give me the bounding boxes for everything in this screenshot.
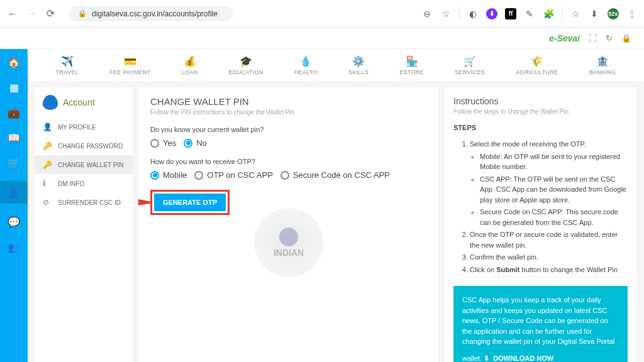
- rail-account-icon[interactable]: 👤: [0, 181, 28, 204]
- sidebar-item-change-wallet-pin[interactable]: 🔑CHANGE WALLET PIN: [35, 155, 133, 174]
- radio-secure-code[interactable]: Secure Code on CSC APP: [280, 170, 390, 180]
- category-nav: ✈️TRAVEL 💳FEE PAYMENT 💰LOAN 🎓EDUCATION 💧…: [28, 49, 644, 82]
- cat-banking[interactable]: 🏦BANKING: [589, 55, 616, 75]
- travel-icon: ✈️: [60, 55, 75, 67]
- download-label: DOWNLOAD NOW: [493, 353, 553, 363]
- rail-cart-icon[interactable]: 🛒: [7, 156, 21, 170]
- lock-icon[interactable]: 🔒: [621, 33, 631, 43]
- rail-users-icon[interactable]: 👥: [7, 240, 21, 254]
- agriculture-icon: 🌾: [530, 55, 545, 67]
- sidebar-item-dm-info[interactable]: ℹDM INFO: [35, 174, 133, 193]
- cat-health[interactable]: 💧HEALTH: [294, 55, 318, 75]
- forward-button[interactable]: →: [25, 8, 38, 20]
- education-icon: 🎓: [238, 55, 253, 67]
- ext-icon-1[interactable]: ◐: [467, 8, 479, 19]
- account-heading-label: Account: [63, 97, 95, 107]
- download-icon: ⬇: [484, 353, 489, 363]
- rail-book-icon[interactable]: 📖: [7, 131, 21, 145]
- url-bar[interactable]: 🔒 digitalseva.csc.gov.in/accounts/profil…: [69, 6, 233, 21]
- generate-otp-highlight: GENERATE OTP: [150, 190, 230, 215]
- cat-travel[interactable]: ✈️TRAVEL: [56, 55, 79, 75]
- radio-label: Secure Code on CSC APP: [293, 170, 390, 180]
- sidebar-item-label: CHANGE PASSWORD: [58, 143, 123, 150]
- profile-icon: 👤: [43, 123, 53, 131]
- ext-icon-2[interactable]: ⬇: [486, 8, 497, 19]
- download-now-link[interactable]: ⬇ DOWNLOAD NOW: [484, 353, 553, 363]
- kebab-menu-icon[interactable]: ⋮: [626, 8, 638, 19]
- skills-icon: ⚙️: [351, 55, 366, 67]
- callout-arrow-icon: [138, 199, 152, 206]
- sidebar-item-label: CHANGE WALLET PIN: [58, 162, 123, 168]
- cat-fee-payment[interactable]: 💳FEE PAYMENT: [109, 55, 150, 75]
- refresh-icon[interactable]: ↻: [606, 33, 613, 43]
- profile-avatar[interactable]: 52s: [608, 8, 619, 19]
- steps-heading: STEPS: [453, 124, 628, 131]
- rail-home-icon[interactable]: 🏠: [7, 55, 21, 69]
- reload-button[interactable]: ⟳: [44, 8, 57, 20]
- health-icon: 💧: [298, 55, 313, 67]
- radio-label: OTP on CSC APP: [207, 170, 273, 180]
- zoom-icon[interactable]: ⊖: [421, 8, 433, 19]
- step-text: Select the mode of receiving the OTP.: [470, 140, 586, 148]
- step-2: Once the OTP or secure code is validated…: [470, 229, 628, 250]
- site-info-icon[interactable]: 🔒: [78, 9, 87, 18]
- cat-agriculture[interactable]: 🌾AGRICULTURE: [516, 55, 558, 75]
- ext-icon-3[interactable]: ff: [505, 8, 516, 19]
- radio-mobile[interactable]: Mobile: [150, 170, 187, 180]
- promo-text: CSC App helps you keep a track of your d…: [462, 296, 614, 362]
- radio-icon: [150, 139, 159, 148]
- step-3: Confirm the wallet pin.: [470, 252, 628, 263]
- radio-yes[interactable]: Yes: [150, 138, 176, 148]
- rail-apps-icon[interactable]: ▦: [7, 80, 21, 94]
- radio-icon: [280, 171, 289, 180]
- banking-icon: 🏦: [595, 55, 610, 67]
- key-icon: 🔑: [43, 141, 53, 150]
- promo-box: CSC App helps you keep a track of your d…: [453, 286, 628, 362]
- download-icon[interactable]: ⬇: [589, 8, 600, 19]
- loan-icon: 💰: [182, 55, 197, 67]
- radio-otp-csc-app[interactable]: OTP on CSC APP: [194, 170, 273, 180]
- rail-chat-icon[interactable]: 💬: [7, 215, 21, 229]
- sidebar-item-label: SURRENDER CSC ID: [58, 199, 121, 206]
- extensions-icon[interactable]: 🧩: [543, 8, 554, 19]
- browser-toolbar: ← → ⟳ 🔒 digitalseva.csc.gov.in/accounts/…: [0, 0, 644, 28]
- question-1-label: Do you know your current wallet pin?: [150, 126, 427, 133]
- watermark-text: INDIAN: [274, 248, 304, 258]
- radio-icon: [194, 171, 203, 180]
- generate-otp-button[interactable]: GENERATE OTP: [154, 194, 226, 211]
- panel-title: CHANGE WALLET PIN: [150, 96, 427, 107]
- step-sub: Secure Code on CSC APP: This secure code…: [480, 207, 628, 228]
- back-button[interactable]: ←: [6, 8, 19, 20]
- step-1: Select the mode of receiving the OTP. Mo…: [470, 139, 628, 228]
- cat-loan[interactable]: 💰LOAN: [182, 55, 198, 75]
- ext-icon-pen[interactable]: ✎: [524, 8, 535, 19]
- cat-services[interactable]: 🛒SERVICES: [455, 55, 485, 75]
- radio-label: Yes: [163, 138, 176, 148]
- sidebar-item-label: MY PROFILE: [58, 124, 96, 131]
- radio-no[interactable]: No: [184, 138, 207, 148]
- sidebar-item-surrender-csc[interactable]: ⊘SURRENDER CSC ID: [35, 193, 133, 212]
- radio-icon: [184, 139, 192, 148]
- steps-list: Select the mode of receiving the OTP. Mo…: [453, 139, 628, 275]
- radio-label: No: [196, 138, 207, 148]
- cat-education[interactable]: 🎓EDUCATION: [229, 55, 264, 75]
- instructions-panel: Instructions Follow the steps to change …: [445, 87, 636, 362]
- rail-wallet-icon[interactable]: 💼: [7, 106, 21, 119]
- left-rail: 🏠 ▦ 💼 📖 🛒 👤 💬 👥: [0, 49, 28, 362]
- question-2-options: Mobile OTP on CSC APP Secure Code on CSC…: [150, 170, 427, 180]
- bookmark-star-icon[interactable]: ☆: [440, 8, 452, 19]
- url-text: digitalseva.csc.gov.in/accounts/profile: [92, 9, 218, 18]
- radio-icon: [150, 171, 159, 180]
- block-icon: ⊘: [43, 198, 53, 207]
- bookmark-icon[interactable]: ☆: [570, 8, 581, 19]
- instructions-title: Instructions: [453, 96, 628, 106]
- key-icon: 🔑: [43, 160, 53, 169]
- expand-icon[interactable]: ⛶: [589, 33, 597, 43]
- services-icon: 🛒: [462, 55, 477, 67]
- cat-estore[interactable]: 🏪ESTORE: [399, 55, 424, 75]
- radio-label: Mobile: [163, 170, 187, 180]
- question-2-label: How do you want to receive OTP?: [150, 158, 427, 165]
- sidebar-item-change-password[interactable]: 🔑CHANGE PASSWORD: [35, 136, 133, 155]
- cat-skills[interactable]: ⚙️SKILLS: [348, 55, 369, 75]
- sidebar-item-my-profile[interactable]: 👤MY PROFILE: [35, 118, 133, 136]
